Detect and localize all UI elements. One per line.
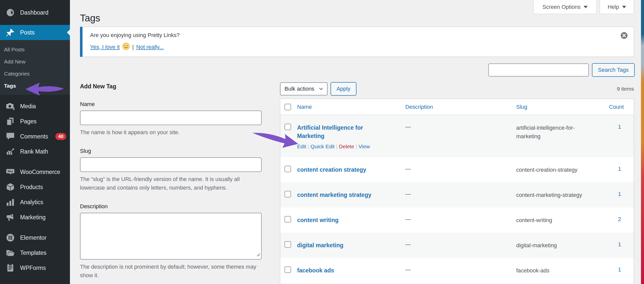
row-actions: Edit | Quick Edit | Delete | View (297, 144, 405, 150)
woocommerce-icon: Woo (6, 167, 15, 176)
sidebar-item-templates[interactable]: Templates (0, 245, 70, 260)
pushpin-icon (6, 28, 15, 37)
sidebar-item-label: WPForms (20, 265, 46, 271)
description-cell: — (405, 266, 516, 275)
sidebar-item-posts[interactable]: Posts (0, 25, 70, 40)
row-checkbox[interactable] (285, 241, 291, 248)
row-checkbox[interactable] (285, 266, 291, 273)
slug-help-text: The “slug” is the URL-friendly version o… (80, 175, 262, 192)
description-cell: — (405, 241, 516, 250)
bulk-actions-select[interactable]: Bulk actions (280, 82, 328, 95)
sidebar-item-comments[interactable]: Comments40 (0, 129, 70, 144)
sidebar-item-woocommerce[interactable]: WooWooCommerce (0, 164, 70, 180)
tag-name-link[interactable]: content creation strategy (297, 166, 366, 174)
tag-name-link[interactable]: Artificial Intelligence for Marketing (297, 124, 378, 140)
sidebar-item-all-posts[interactable]: All Posts (0, 44, 70, 56)
count-link[interactable]: 1 (618, 241, 634, 250)
name-cell: facebook ads (297, 266, 405, 275)
resize-handle[interactable] (256, 252, 260, 258)
count-link[interactable]: 2 (618, 216, 634, 225)
tag-name-link[interactable]: content writing (297, 216, 339, 224)
sidebar-item-products[interactable]: Products (0, 180, 70, 195)
name-cell: content marketing strategy (297, 191, 405, 200)
table-row: content marketing strategy—content-marke… (280, 182, 634, 207)
sidebar-item-marketing[interactable]: Marketing (0, 210, 70, 225)
sidebar-item-wpforms[interactable]: WPForms (0, 260, 70, 275)
smiley-icon (122, 43, 130, 52)
admin-sidebar: DashboardPostsAll PostsAdd NewCategories… (0, 0, 70, 284)
help-button[interactable]: Help (600, 0, 634, 14)
products-icon (6, 183, 15, 192)
column-name[interactable]: Name (297, 104, 405, 110)
name-label: Name (80, 101, 262, 108)
table-row: content creation strategy—content-creati… (280, 157, 634, 182)
sidebar-item-pages[interactable]: Pages (0, 114, 70, 129)
svg-text:Woo: Woo (8, 170, 13, 173)
sidebar-item-label: Media (20, 103, 36, 110)
active-menu-notch (67, 29, 70, 36)
form-heading: Add New Tag (80, 83, 262, 90)
sidebar-item-rank-math[interactable]: Rank Math (0, 144, 70, 159)
tag-name-link[interactable]: content marketing strategy (297, 191, 371, 199)
row-checkbox[interactable] (285, 216, 291, 223)
quick-edit-link[interactable]: Quick Edit (310, 144, 335, 149)
pretty-links-notice: Are you enjoying using Pretty Links? Yes… (80, 27, 634, 57)
bulk-actions-label: Bulk actions (285, 86, 314, 92)
count-link[interactable]: 1 (618, 166, 634, 175)
sidebar-item-categories[interactable]: Categories (0, 68, 70, 80)
slug-cell: content-writing (516, 216, 594, 225)
sidebar-item-media[interactable]: Media (0, 99, 70, 114)
sidebar-item-label: Pages (20, 118, 36, 125)
search-tags-button[interactable]: Search Tags (592, 63, 635, 77)
slug-label: Slug (80, 148, 262, 154)
sidebar-item-label: Posts (20, 29, 35, 36)
chevron-down-icon (318, 86, 324, 91)
table-header: Name Description Slug Count (280, 99, 634, 115)
tag-name-link[interactable]: digital marketing (297, 241, 343, 250)
tags-table: Name Description Slug Count Artificial I… (280, 99, 634, 284)
sidebar-item-analytics[interactable]: Analytics (0, 195, 70, 210)
tag-name-link[interactable]: facebook ads (297, 266, 334, 275)
name-field[interactable] (80, 111, 262, 125)
slug-field[interactable] (80, 157, 262, 172)
dashboard-icon (6, 8, 15, 17)
search-tags-input[interactable] (488, 63, 589, 77)
table-row: content writing—content-writing2 (280, 207, 634, 233)
folder-icon (6, 248, 15, 257)
view-link[interactable]: View (358, 144, 370, 149)
delete-link[interactable]: Delete (339, 144, 354, 149)
count-link[interactable]: 1 (618, 124, 634, 150)
annotation-arrow-edit (250, 127, 300, 151)
column-description[interactable]: Description (405, 104, 516, 110)
capture-scrollbar[interactable] (641, 0, 644, 284)
column-count[interactable]: Count (609, 104, 636, 110)
name-cell: content writing (297, 216, 405, 225)
row-checkbox[interactable] (285, 191, 291, 197)
tag-search: Search Tags (488, 63, 635, 77)
tags-list-panel: Bulk actions Apply 9 items Name Descript… (280, 82, 634, 284)
screen-options-button[interactable]: Screen Options (533, 0, 597, 14)
table-body: Artificial Intelligence for MarketingEdi… (280, 115, 634, 284)
comments-count-badge: 40 (55, 133, 66, 140)
select-all-checkbox[interactable] (285, 104, 291, 110)
sidebar-item-label: Products (20, 184, 43, 191)
notice-no-link[interactable]: Not really... (136, 44, 164, 50)
sidebar-item-add-new[interactable]: Add New (0, 56, 70, 68)
apply-button[interactable]: Apply (331, 82, 356, 96)
notice-separator: | (132, 44, 134, 50)
description-cell: — (405, 124, 516, 150)
notice-question: Are you enjoying using Pretty Links? (90, 32, 626, 39)
sidebar-item-label: Rank Math (20, 148, 48, 155)
notice-yes-link[interactable]: Yes, I love it (90, 44, 120, 50)
description-field[interactable] (80, 213, 262, 260)
column-slug[interactable]: Slug (516, 104, 609, 110)
megaphone-icon (6, 213, 15, 222)
count-link[interactable]: 1 (618, 266, 634, 275)
dismiss-notice-icon[interactable] (620, 31, 628, 40)
row-checkbox[interactable] (285, 166, 291, 172)
slug-cell: content-marketing-strategy (516, 191, 594, 200)
sidebar-item-label: WooCommerce (20, 169, 60, 175)
sidebar-item-dashboard[interactable]: Dashboard (0, 5, 70, 20)
count-link[interactable]: 1 (618, 191, 634, 200)
sidebar-item-elementor[interactable]: Elementor (0, 230, 70, 245)
